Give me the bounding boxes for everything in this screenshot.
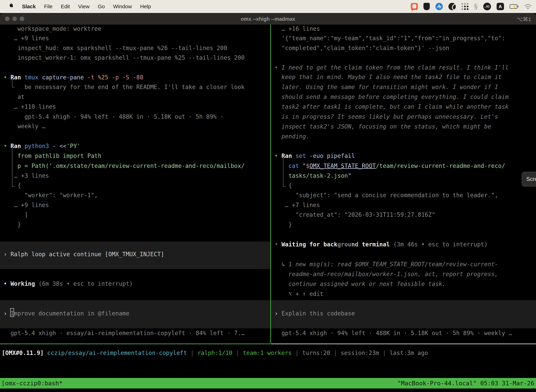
terminal-content: workspace_mode: worktree … +9 lines insp… <box>0 25 536 392</box>
terminal-text-segment: "created_at": "2026-03-31T11:59:27.816Z" <box>274 211 435 218</box>
terminal-text-segment: cczip/essay/ai-reimplementation-copyleft <box>47 350 187 356</box>
tmux-session-label: [omx-cczip0:bash* <box>0 380 62 387</box>
terminal-line: workspace_mode: worktree <box>4 25 270 33</box>
terminal-text-segment: task2 after task1 is complete, but can I… <box>274 103 509 110</box>
terminal-text-segment: | <box>232 350 243 356</box>
terminal-text-segment: -t <box>87 74 98 81</box>
terminal-line: tasks/task-2.json" <box>274 172 536 180</box>
terminal-text-segment: [OMX#0.11.9] <box>2 350 44 356</box>
menu-item-help[interactable]: Help <box>140 4 151 9</box>
terminal-line: ⌥ + ↑ edit <box>274 290 536 298</box>
terminal-text-segment: • <box>274 152 282 159</box>
terminal-text-segment: | <box>379 350 390 356</box>
tmux-status-bar: [omx-cczip0:bash* "MacBook-Pro-44.local"… <box>0 378 536 388</box>
terminal-line: inspect_hud: omx sparkshell --tmux-pane … <box>4 44 270 52</box>
terminal-text-segment: workspace_mode: worktree <box>4 25 101 32</box>
terminal-line: … +9 lines <box>4 201 270 209</box>
terminal-text-segment: - <box>53 143 59 149</box>
terminal-line: { <box>274 181 536 190</box>
terminal-line: "completed","claim_token":"claim-token"}… <box>274 44 536 52</box>
tmux-pane-left[interactable]: workspace_mode: worktree … +9 lines insp… <box>0 25 270 344</box>
terminal-line: } <box>274 220 536 229</box>
terminal-text-segment: weekly … <box>4 123 45 130</box>
terminal-text-segment: later. Using the same for transition mig… <box>274 84 498 90</box>
close-button[interactable] <box>5 17 10 21</box>
terminal-text-segment: grou <box>337 241 351 248</box>
terminal-line: "worker": "worker-1", <box>4 191 270 200</box>
traffic-lights <box>5 17 24 21</box>
menu-status-icons: § ..61 A ⚡ <box>411 2 536 10</box>
terminal-text-segment: Ran <box>10 143 24 149</box>
terminal-text-segment: '{"team_name":"my-team","task_id":"1","f… <box>274 35 505 42</box>
terminal-line: } <box>4 220 270 229</box>
terminal-text-segment: should send a message before completing … <box>274 93 509 100</box>
terminal-text-segment: ] <box>4 211 28 218</box>
crescent-icon[interactable] <box>448 3 456 10</box>
tmux-pane-right[interactable]: … +16 lines '{"team_name":"my-team","tas… <box>271 25 536 344</box>
terminal-line: • I need to get the claim token from the… <box>274 63 536 72</box>
terminal-line: task2 after task1 is complete, but can I… <box>274 103 536 111</box>
terminal-text-segment: (6m 38s • esc to interrupt) <box>35 280 133 287</box>
menu-item-go[interactable]: Go <box>98 4 105 9</box>
wifi-icon[interactable] <box>524 4 532 9</box>
minimize-button[interactable] <box>12 17 17 21</box>
left-pane-bottom-border <box>0 344 270 344</box>
terminal-text-segment: turns:20 <box>302 350 330 356</box>
terminal-line: › Explain this codebase <box>274 309 536 318</box>
menu-item-view[interactable]: View <box>78 4 89 9</box>
window-title: omx --xhigh --madmax <box>241 16 295 22</box>
text-cursor <box>10 308 14 317</box>
terminal-line: inspect_worker-1: omx sparkshell --tmux-… <box>4 54 270 62</box>
terminal-text-segment: -p -S -80 <box>112 74 143 81</box>
terminal-text-segment: continue assigned work or next feasible … <box>274 280 446 287</box>
battery-icon[interactable]: ⚡ <box>510 4 518 9</box>
menu-item-window[interactable]: Window <box>113 4 132 9</box>
terminal-line: "subject": "send a concise recommendatio… <box>274 191 536 200</box>
terminal-text-segment: tmux <box>24 74 42 81</box>
terminal-text-segment: "subject": "send a concise recommendatio… <box>274 192 498 199</box>
terminal-line: ↳ 1 new msg(s): read $OMX_TEAM_STATE_ROO… <box>274 260 536 269</box>
activity-zigzag-icon[interactable] <box>436 3 443 10</box>
terminal-line: from pathlib import Path <box>4 152 270 160</box>
hook-icon[interactable]: § <box>474 2 478 10</box>
terminal-line: { <box>4 181 270 190</box>
terminal-line: … +110 lines <box>4 103 270 111</box>
input-source-icon[interactable]: A <box>497 3 504 10</box>
terminal-text-segment: cat <box>288 163 302 169</box>
terminal-line: at <box>4 93 270 101</box>
terminal-text-segment: Ralph loop active continue [OMX_TMUX_INJ… <box>10 251 164 258</box>
chat-notification-icon[interactable] <box>411 3 418 10</box>
terminal-text-segment <box>274 172 288 179</box>
menu-item-file[interactable]: File <box>44 4 53 9</box>
count-badge-icon[interactable]: ..61 <box>483 3 491 10</box>
terminal-text-segment: | <box>292 350 302 356</box>
terminal-text-segment: -euo pipefail <box>310 152 355 159</box>
terminal-text-segment: readme-and-reco/mailbox/worker-1.json, a… <box>274 271 498 277</box>
terminal-line: • Working (6m 38s • esc to interrupt) <box>4 280 270 288</box>
terminal-line: › Ralph loop active continue [OMX_TMUX_I… <box>4 250 270 258</box>
terminal-text-segment: … +16 lines <box>274 25 320 32</box>
terminal-line: p = Path('.omx/state/team/review-current… <box>4 162 270 170</box>
terminal-text-segment: inspect_hud: omx sparkshell --tmux-pane … <box>4 45 227 51</box>
menu-item-edit[interactable]: Edit <box>61 4 70 9</box>
terminal-line: readme-and-reco/mailbox/worker-1.json, a… <box>274 270 536 278</box>
terminal-text-segment: … +7 lines <box>274 202 320 209</box>
terminal-text-segment: › <box>4 251 10 258</box>
omx-status-line: [OMX#0.11.9] cczip/essay/ai-reimplementa… <box>2 349 428 357</box>
window-titlebar[interactable]: omx --xhigh --madmax ⌥⌘1 <box>0 13 536 25</box>
terminal-line: … +7 lines <box>274 201 536 209</box>
pane-divider[interactable] <box>270 25 271 344</box>
terminal-line: continue assigned work or next feasible … <box>274 280 536 288</box>
terminal-text-segment: gpt-5.4 xhigh · essay/ai-reimplementatio… <box>4 330 245 336</box>
terminal-text-segment: last:3m ago <box>389 350 428 356</box>
shield-grid-icon[interactable] <box>423 3 430 10</box>
terminal-text-segment: Ran <box>10 74 24 81</box>
dots-grid-icon[interactable] <box>461 3 469 10</box>
terminal-line: gpt-5.4 xhigh · essay/ai-reimplementatio… <box>4 329 270 337</box>
apple-menu-icon[interactable] <box>9 3 14 10</box>
terminal-text-segment: %25 <box>98 74 112 81</box>
zoom-button[interactable] <box>20 17 24 21</box>
menu-app-name[interactable]: Slack <box>22 4 36 9</box>
terminal-text-segment: gpt-5.4 xhigh · 94% left · 488K in · 5.1… <box>274 330 512 336</box>
terminal-text-segment: ↳ <box>274 261 288 268</box>
